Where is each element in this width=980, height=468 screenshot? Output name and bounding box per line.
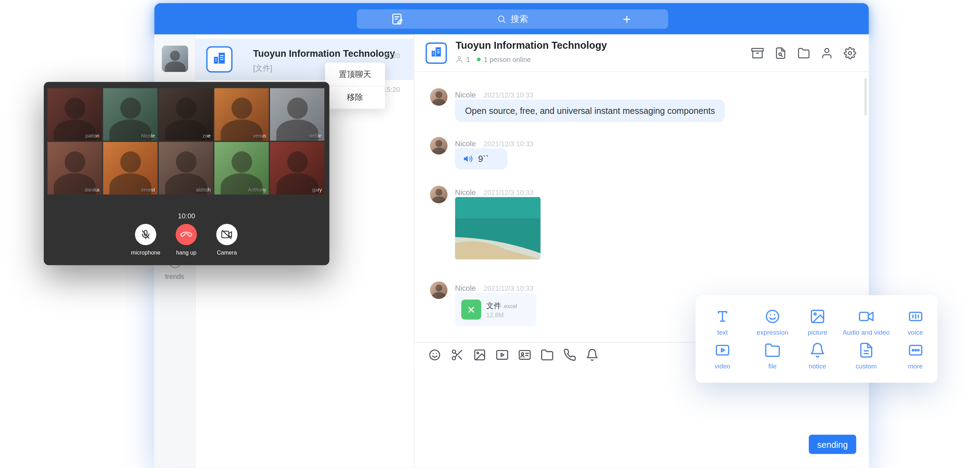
participant-tile[interactable]: danika xyxy=(47,142,102,195)
scrollbar-thumb[interactable] xyxy=(864,78,867,116)
member-count: 1 xyxy=(466,56,470,63)
participant-name: stellar xyxy=(309,133,322,139)
file-ext: .excel xyxy=(503,303,517,310)
image-message[interactable] xyxy=(455,197,541,260)
plus-icon: + xyxy=(623,11,631,27)
bell-icon xyxy=(810,342,826,358)
participant-tile[interactable]: aldrich xyxy=(159,142,213,195)
feature-audio-video[interactable]: Audio and video xyxy=(839,308,893,336)
participant-name: ernest xyxy=(141,187,155,193)
sender-avatar[interactable] xyxy=(430,281,447,299)
sender-avatar[interactable] xyxy=(430,185,447,203)
control-label: hang up xyxy=(164,250,208,256)
screen: 搜索 + trends xyxy=(0,0,980,468)
screenshot-scissors-icon[interactable] xyxy=(451,348,464,361)
participant-tile[interactable]: Anthony xyxy=(215,142,269,195)
microphone-toggle-button[interactable]: microphone xyxy=(124,224,168,256)
contact-card-icon[interactable] xyxy=(518,348,531,361)
chat-panel: Tuoyun Information Technology 1 1 person… xyxy=(414,35,869,468)
feature-video[interactable]: video xyxy=(696,342,749,369)
sender-avatar[interactable] xyxy=(430,88,447,105)
participant-name: aldrich xyxy=(196,187,210,193)
participant-name: gary xyxy=(312,187,322,193)
conversation-time: 15:20 xyxy=(383,52,400,59)
message-header: Nicole 2021/12/3 10:33 xyxy=(455,186,533,197)
video-play-icon xyxy=(714,342,731,358)
group-avatar xyxy=(206,46,232,72)
building-icon xyxy=(430,45,443,61)
chat-history-search-icon[interactable] xyxy=(774,47,787,59)
files-folder-icon[interactable] xyxy=(798,47,810,59)
participant-name: Nicole xyxy=(141,133,155,139)
participant-name: Anthony xyxy=(248,187,266,193)
hang-up-phone-icon xyxy=(179,227,194,242)
user-avatar[interactable] xyxy=(162,46,188,72)
conversation-last-message: [文件] xyxy=(253,63,272,74)
picture-icon xyxy=(810,308,826,324)
camera-toggle-button[interactable]: Camera xyxy=(205,224,249,256)
message-time: 2021/12/3 10:33 xyxy=(484,91,533,99)
voice-message-bubble[interactable]: 9`` xyxy=(455,149,508,169)
participant-name: venus xyxy=(253,133,266,139)
feature-voice[interactable]: voice xyxy=(893,308,937,336)
beach-photo xyxy=(455,197,541,260)
feature-expression[interactable]: expression xyxy=(749,308,795,336)
notification-bell-icon[interactable] xyxy=(586,348,599,361)
feature-custom[interactable]: custom xyxy=(839,342,893,369)
header-pill: 搜索 + xyxy=(357,10,668,29)
video-icon[interactable] xyxy=(496,348,509,361)
send-button[interactable]: sending xyxy=(809,434,856,454)
chat-subtitle: 1 1 person online xyxy=(455,56,531,63)
participant-tile[interactable]: patton xyxy=(47,88,102,141)
feature-file[interactable]: file xyxy=(749,342,795,369)
call-timer: 10:00 xyxy=(44,212,329,220)
feature-picture[interactable]: picture xyxy=(795,308,839,336)
online-dot xyxy=(477,58,481,61)
participant-name: patton xyxy=(86,133,100,139)
chat-title: Tuoyun Information Technology xyxy=(455,40,607,51)
audio-video-icon xyxy=(858,308,875,324)
message-header: Nicole 2021/12/3 10:33 xyxy=(455,89,533,100)
file-message-card[interactable]: ✕ 文件.excel 12.8M xyxy=(455,292,536,326)
feature-text[interactable]: text xyxy=(696,308,749,336)
participant-tile[interactable]: ernest xyxy=(103,142,157,195)
add-button[interactable]: + xyxy=(613,10,641,29)
sender-name: Nicole xyxy=(455,284,476,292)
message-header: Nicole 2021/12/3 10:33 xyxy=(455,137,533,149)
video-call-overlay: patton Nicole zoe venus stellar danika e… xyxy=(44,82,329,265)
participant-tile[interactable]: gary xyxy=(270,142,325,195)
file-name: 文件 xyxy=(486,302,501,310)
menu-item-remove[interactable]: 移除 xyxy=(325,86,385,109)
control-label: Camera xyxy=(205,250,249,256)
feature-notice[interactable]: notice xyxy=(795,342,839,369)
menu-item-pin-chat[interactable]: 置顶聊天 xyxy=(325,63,385,86)
file-folder-icon[interactable] xyxy=(541,348,554,361)
trends-label: trends xyxy=(154,273,195,280)
emoji-icon[interactable] xyxy=(428,348,441,361)
file-size: 12.8M xyxy=(486,311,504,318)
participant-name: danika xyxy=(84,187,99,193)
text-message-bubble[interactable]: Open source, free, and universal instant… xyxy=(455,100,725,122)
participant-tile[interactable]: stellar xyxy=(270,88,325,141)
search-icon xyxy=(497,14,506,24)
settings-gear-icon[interactable] xyxy=(843,47,856,59)
participant-grid: patton Nicole zoe venus stellar danika e… xyxy=(47,88,325,194)
camera-off-icon xyxy=(221,229,232,240)
conversation-title: Tuoyun Information Technology xyxy=(253,48,395,59)
feature-more[interactable]: more xyxy=(893,342,937,369)
participant-tile[interactable]: zoe xyxy=(159,88,213,141)
hang-up-button[interactable]: hang up xyxy=(164,224,208,256)
picture-icon[interactable] xyxy=(473,348,487,361)
call-phone-icon[interactable] xyxy=(563,348,576,361)
member-manage-icon[interactable] xyxy=(821,47,833,59)
participant-tile[interactable]: venus xyxy=(215,88,269,141)
mic-off-icon xyxy=(140,229,151,240)
conversation-time: 15:20 xyxy=(383,86,400,93)
sender-avatar[interactable] xyxy=(430,137,447,154)
sender-name: Nicole xyxy=(455,188,476,197)
participant-tile[interactable]: Nicole xyxy=(103,88,157,141)
app-header: 搜索 + xyxy=(154,3,869,35)
folder-icon xyxy=(764,342,781,358)
announcement-icon[interactable] xyxy=(751,47,764,59)
chat-group-avatar[interactable] xyxy=(426,43,447,64)
